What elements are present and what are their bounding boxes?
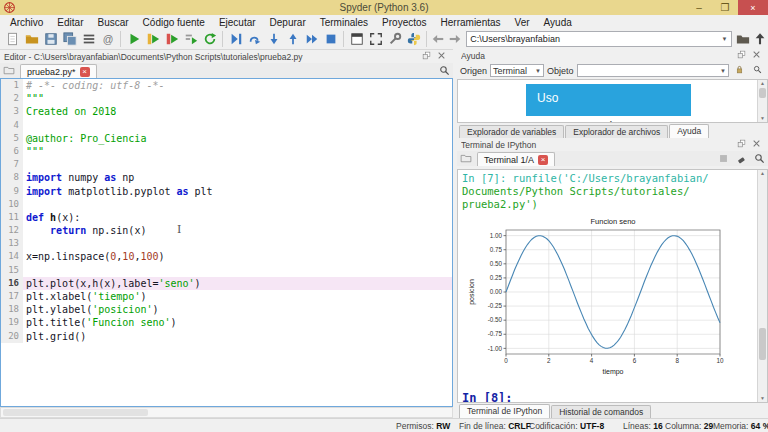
svg-text:0.25: 0.25: [490, 274, 503, 281]
tab-close-icon[interactable]: ×: [538, 155, 548, 165]
console-tab[interactable]: Terminal 1/A ×: [477, 152, 555, 166]
symbol-finder-button[interactable]: @: [98, 30, 117, 49]
close-pane-icon[interactable]: [752, 50, 764, 62]
menu-item-proyectos[interactable]: Proyectos: [375, 17, 433, 28]
run-button[interactable]: [124, 30, 143, 49]
lock-icon[interactable]: [735, 65, 747, 77]
menu-item-ejecutar[interactable]: Ejecutar: [212, 17, 263, 28]
svg-text:Funcion seno: Funcion seno: [590, 217, 635, 226]
title-bar[interactable]: Spyder (Python 3.6) – ❐ ×: [0, 0, 768, 15]
menu-item-terminales[interactable]: Terminales: [313, 17, 375, 28]
objeto-combobox[interactable]: ▼: [577, 64, 729, 77]
save-all-button[interactable]: [60, 30, 79, 49]
run-selection-button[interactable]: [181, 30, 200, 49]
minimize-button[interactable]: –: [686, 0, 712, 15]
browse-directory-button[interactable]: [735, 30, 752, 49]
close-button[interactable]: ×: [738, 0, 768, 15]
step-over-button[interactable]: [245, 30, 264, 49]
undock-icon[interactable]: [737, 139, 749, 151]
menu-item-archivo[interactable]: Archivo: [3, 17, 50, 28]
save-button[interactable]: [41, 30, 60, 49]
scrollbar-thumb[interactable]: [3, 409, 148, 416]
eraser-icon[interactable]: [736, 153, 748, 165]
tab-historial-de-comandos[interactable]: Historial de comandos: [551, 405, 651, 418]
close-pane-icon[interactable]: [752, 139, 764, 151]
code-line-17: 17plt.xlabel('tiempo'): [1, 290, 452, 303]
search-icon[interactable]: [754, 153, 766, 165]
code-line-12: 12 return np.sin(x): [1, 224, 452, 237]
origen-select[interactable]: Terminal ▼: [490, 64, 544, 77]
editor-panel: Editor - C:\Users\brayanfabian\Documents…: [0, 50, 453, 418]
editor-tab-prueba2[interactable]: prueba2.py* ×: [20, 64, 97, 78]
back-button[interactable]: [430, 30, 447, 49]
step-return-button[interactable]: [283, 30, 302, 49]
menu-item-ver[interactable]: Ver: [508, 17, 537, 28]
restore-button[interactable]: ❐: [712, 0, 738, 15]
new-file-button[interactable]: [3, 30, 22, 49]
tab-terminal-de-ipython[interactable]: Terminal de IPython: [459, 404, 550, 418]
menu-item-depurar[interactable]: Depurar: [263, 17, 313, 28]
svg-text:6: 6: [633, 357, 637, 364]
menu-item-ayuda[interactable]: Ayuda: [537, 17, 579, 28]
menu-item-editar[interactable]: Editar: [50, 17, 90, 28]
svg-text:10: 10: [716, 357, 724, 364]
console-prompt[interactable]: In [8]:: [458, 388, 767, 403]
options-square-icon[interactable]: [718, 153, 730, 165]
continue-button[interactable]: [302, 30, 321, 49]
parent-directory-button[interactable]: [751, 30, 768, 49]
tab-explorador-de-archivos[interactable]: Explorador de archivos: [565, 125, 668, 138]
stop-debug-button[interactable]: [321, 30, 340, 49]
objeto-label: Objeto: [547, 66, 574, 76]
line-number: 13: [1, 237, 23, 250]
editor-horizontal-scrollbar[interactable]: [0, 407, 453, 418]
toolbar-separator: [222, 31, 223, 47]
tab-ayuda[interactable]: Ayuda: [669, 124, 709, 138]
split-search-icon[interactable]: [439, 65, 451, 77]
console-tab-bar: Terminal 1/A ×: [457, 151, 768, 166]
browse-tabs-icon[interactable]: [3, 64, 17, 77]
svg-text:-0.75: -0.75: [488, 330, 503, 337]
tab-explorador-de-variables[interactable]: Explorador de variables: [459, 125, 564, 138]
working-directory-combobox[interactable]: C:\Users\brayanfabian ▼: [466, 31, 731, 47]
console-text: In [7]: runfile('C:/Users/brayanfabian/D…: [458, 170, 767, 211]
run-cell-button[interactable]: [143, 30, 162, 49]
maximize-pane-button[interactable]: [347, 30, 366, 49]
chevron-down-icon[interactable]: ▼: [722, 36, 728, 42]
restart-kernel-button[interactable]: [200, 30, 219, 49]
menu-item-c-digo-fuente[interactable]: Código fuente: [136, 17, 212, 28]
menu-item-herramientas[interactable]: Herramientas: [434, 17, 508, 28]
text-cursor: I: [177, 223, 181, 236]
run-cell-advance-button[interactable]: [162, 30, 181, 49]
python-env-button[interactable]: [404, 30, 423, 49]
console-output[interactable]: In [7]: runfile('C:/Users/brayanfabian/D…: [457, 169, 768, 403]
code-editor[interactable]: I 1# -*- coding: utf-8 -*-2"""3Created o…: [0, 78, 453, 407]
fullscreen-button[interactable]: [366, 30, 385, 49]
scrollbar-thumb[interactable]: [759, 328, 766, 360]
file-switcher-button[interactable]: [79, 30, 98, 49]
help-controls: Origen Terminal ▼ Objeto ▼: [457, 62, 768, 79]
debug-button[interactable]: [226, 30, 245, 49]
help-content[interactable]: Uso Encuentra aquí la ayuda disponible ▲…: [457, 79, 768, 123]
tab-close-icon[interactable]: ×: [80, 67, 90, 77]
line-number: 4: [1, 119, 23, 132]
scrollbar-thumb[interactable]: [759, 88, 766, 98]
line-number: 16: [1, 277, 23, 290]
console-scrollbar[interactable]: ▲▼: [757, 170, 767, 402]
console-tab-label: Terminal 1/A: [484, 155, 534, 165]
search-icon[interactable]: [753, 65, 765, 77]
window-title: Spyder (Python 3.6): [0, 2, 768, 13]
help-scrollbar[interactable]: ▲▼: [757, 80, 767, 122]
line-number: 7: [1, 158, 23, 171]
undock-icon[interactable]: [737, 50, 749, 62]
svg-text:@: @: [102, 33, 113, 45]
browse-tabs-icon[interactable]: [460, 152, 474, 165]
open-file-button[interactable]: [22, 30, 41, 49]
step-into-button[interactable]: [264, 30, 283, 49]
undock-icon[interactable]: [422, 51, 434, 63]
line-number: 19: [1, 316, 23, 329]
forward-button[interactable]: [447, 30, 464, 49]
menu-item-buscar[interactable]: Buscar: [90, 17, 135, 28]
tools-button[interactable]: [385, 30, 404, 49]
close-pane-icon[interactable]: [437, 51, 449, 63]
line-number: 18: [1, 303, 23, 316]
